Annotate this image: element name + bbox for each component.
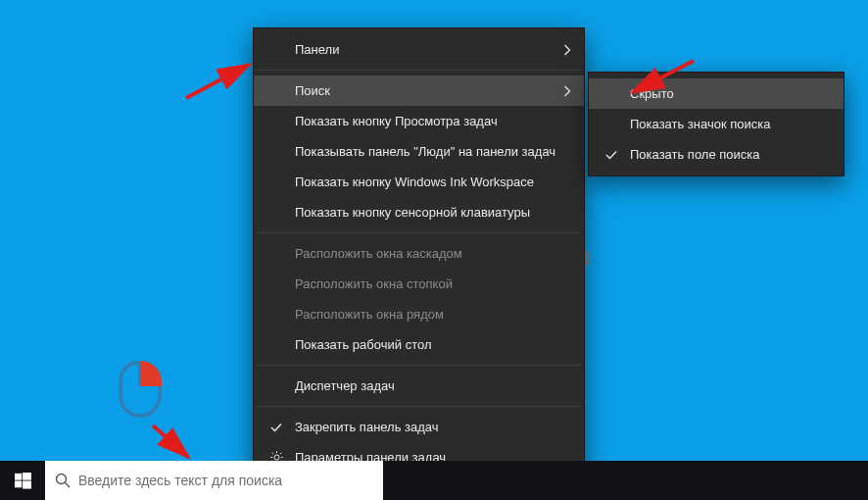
svg-rect-6: [23, 480, 31, 488]
menu-separator: [256, 232, 582, 233]
menu-separator: [256, 365, 582, 366]
search-submenu: Скрыто Показать значок поиска Показать п…: [588, 72, 844, 176]
svg-rect-4: [23, 473, 31, 480]
submenu-item-hidden[interactable]: Скрыто: [589, 78, 844, 109]
svg-rect-3: [15, 473, 22, 479]
svg-line-8: [65, 482, 70, 487]
menu-item-label: Закрепить панель задач: [295, 420, 570, 434]
menu-item-cascade: Расположить окна каскадом: [254, 238, 584, 269]
menu-item-label: Показать значок поиска: [630, 117, 830, 131]
menu-item-panels[interactable]: Панели: [254, 34, 584, 65]
menu-item-label: Показать кнопку сенсорной клавиатуры: [295, 205, 570, 220]
annotation-arrow-icon: [182, 57, 261, 102]
search-icon: [55, 473, 71, 488]
menu-item-task-view[interactable]: Показать кнопку Просмотра задач: [254, 106, 584, 136]
menu-item-side-by-side: Расположить окна рядом: [254, 299, 584, 329]
menu-item-show-desktop[interactable]: Показать рабочий стол: [254, 329, 584, 360]
menu-item-label: Показать кнопку Просмотра задач: [295, 114, 570, 128]
menu-item-label: Показывать панель "Люди" на панели задач: [295, 144, 570, 159]
check-icon: [603, 148, 620, 162]
menu-item-label: Расположить окна каскадом: [295, 246, 570, 261]
menu-item-label: Скрыто: [630, 86, 830, 101]
submenu-item-show-box[interactable]: Показать поле поиска: [589, 139, 844, 170]
chevron-right-icon: [563, 44, 572, 56]
menu-separator: [256, 406, 582, 407]
submenu-item-show-icon[interactable]: Показать значок поиска: [589, 109, 844, 139]
taskbar-context-menu: Панели Поиск Показать кнопку Просмотра з…: [253, 27, 585, 479]
menu-item-label: Показать кнопку Windows Ink Workspace: [295, 175, 570, 189]
svg-point-7: [57, 475, 67, 484]
menu-item-touch-keyboard[interactable]: Показать кнопку сенсорной клавиатуры: [254, 197, 584, 227]
annotation-arrow-icon: [147, 420, 200, 465]
menu-item-label: Показать рабочий стол: [295, 337, 570, 352]
search-placeholder: Введите здесь текст для поиска: [78, 473, 282, 488]
menu-item-label: Диспетчер задач: [295, 378, 570, 393]
menu-item-stacked: Расположить окна стопкой: [254, 269, 584, 299]
svg-line-2: [153, 425, 188, 457]
menu-item-label: Расположить окна стопкой: [295, 276, 570, 291]
menu-item-label: Панели: [295, 42, 570, 57]
menu-item-label: Расположить окна рядом: [295, 307, 570, 322]
menu-item-label: Поиск: [295, 83, 570, 98]
menu-item-task-manager[interactable]: Диспетчер задач: [254, 371, 584, 401]
taskbar: Введите здесь текст для поиска: [0, 461, 868, 500]
svg-rect-5: [15, 480, 22, 487]
check-icon: [267, 421, 285, 434]
taskbar-search-box[interactable]: Введите здесь текст для поиска: [45, 461, 383, 500]
chevron-right-icon: [563, 85, 572, 97]
start-button[interactable]: [0, 461, 45, 500]
svg-line-0: [186, 65, 249, 98]
menu-item-search[interactable]: Поиск: [254, 75, 584, 106]
menu-item-lock-taskbar[interactable]: Закрепить панель задач: [254, 412, 584, 442]
menu-item-ink-workspace[interactable]: Показать кнопку Windows Ink Workspace: [254, 167, 584, 197]
menu-separator: [256, 70, 582, 71]
mouse-right-click-icon: [119, 361, 162, 418]
windows-logo-icon: [15, 473, 31, 489]
menu-item-people[interactable]: Показывать панель "Люди" на панели задач: [254, 136, 584, 167]
menu-item-label: Показать поле поиска: [630, 147, 830, 162]
